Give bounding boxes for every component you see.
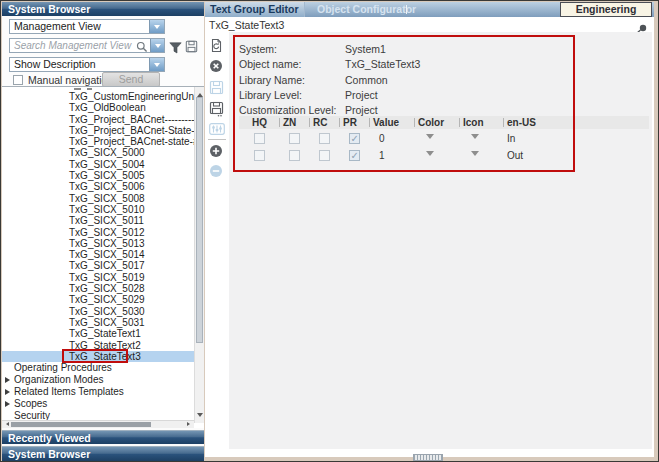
tab-object-configurator[interactable]: Object Configurator [317, 3, 416, 15]
expand-arrow-icon[interactable] [5, 389, 10, 395]
tree-item-label: TxG_SICX_5017 [69, 260, 145, 271]
table-header: HQZNRCPRValueColorIconen-US [239, 116, 649, 129]
expand-arrow-icon[interactable] [5, 377, 10, 383]
tree-item[interactable]: TxG_StateText2 [2, 340, 194, 351]
value-cell[interactable]: 1 [369, 150, 414, 161]
pr-checkbox[interactable] [349, 133, 360, 144]
tree-item-label: TxG_SICX_5012 [69, 227, 145, 238]
scrollbar-thumb[interactable] [11, 422, 151, 427]
text-group-options-icon[interactable] [209, 122, 225, 140]
tree-item[interactable]: TxG_SICX_5012 [2, 227, 194, 238]
tree-item[interactable]: TxG_SICX_5013 [2, 238, 194, 249]
tree-item[interactable]: TxG_SICX_5028 [2, 283, 194, 294]
tree-item[interactable]: Related Items Templates [2, 386, 194, 398]
tree-vertical-scrollbar[interactable] [194, 87, 204, 423]
rc-checkbox[interactable] [319, 150, 330, 161]
property-label: Library Name: [239, 74, 305, 86]
tree-item[interactable]: TxG_StateText3 [2, 351, 194, 362]
zn-checkbox[interactable] [289, 150, 300, 161]
tree-item[interactable]: TxG_StateText1 [2, 328, 194, 339]
tree-item[interactable]: TxG_SICX_5029 [2, 294, 194, 305]
tree-item-label: TxG_StateText1 [69, 328, 141, 339]
save-view-icon[interactable] [185, 39, 198, 57]
tree-item-label: TxG_SICX_5005 [69, 170, 145, 181]
tree-item[interactable]: TxG_SICX_5019 [2, 272, 194, 283]
tree-item[interactable]: TxG_OldBoolean [2, 102, 194, 113]
tab-text-group-editor[interactable]: Text Group Editor [210, 3, 298, 15]
tree-item[interactable]: TxG_SICX_5017 [2, 260, 194, 271]
property-value: Project [345, 104, 378, 116]
reload-document-icon[interactable] [209, 38, 224, 57]
zn-checkbox[interactable] [289, 133, 300, 144]
tree-item-label: TxG_SICX_5004 [69, 159, 145, 170]
chevron-down-icon[interactable] [149, 20, 164, 33]
property-label: Library Level: [239, 89, 302, 101]
tree-item[interactable]: TxG_SICX_5004 [2, 159, 194, 170]
save-icon[interactable] [209, 80, 224, 99]
scroll-up-icon[interactable] [197, 90, 203, 97]
property-label: Object name: [239, 58, 301, 70]
tree-horizontal-scrollbar[interactable] [2, 420, 194, 428]
manual-navigation-checkbox[interactable] [13, 75, 23, 85]
icon-dropdown-icon[interactable] [471, 134, 479, 143]
scroll-left-icon[interactable] [4, 422, 9, 426]
tree-item[interactable]: TxG_SICX_5006 [2, 181, 194, 192]
filter-icon[interactable] [169, 40, 182, 58]
tree-item-label: TxG_SICX_5010 [69, 204, 145, 215]
tree-item[interactable]: TxG_SICX_5010 [2, 204, 194, 215]
chevron-down-icon[interactable] [149, 58, 164, 71]
state-text-table: HQZNRCPRValueColorIconen-US 0In1Out [239, 116, 649, 163]
tree-item[interactable]: TxG_Project_BACnet---------- [2, 114, 194, 125]
tree-item[interactable]: TxG_SICX_5011 [2, 215, 194, 226]
value-cell[interactable]: 0 [369, 133, 414, 144]
save-as-icon[interactable] [209, 101, 224, 121]
en-us-cell[interactable]: Out [503, 150, 606, 161]
expand-arrow-icon[interactable] [5, 401, 10, 407]
resize-grip[interactable] [413, 454, 443, 461]
color-dropdown-icon[interactable] [426, 134, 434, 143]
tree-item[interactable]: TxG_SICX_5008 [2, 193, 194, 204]
tree-item-label: TxG_SICX_5031 [69, 317, 145, 328]
tree-item[interactable]: TxG_SICX_5031 [2, 317, 194, 328]
tree-item[interactable]: TxG_Project_BACnet-State-1-State-2 [2, 125, 194, 136]
search-icon[interactable] [136, 40, 148, 58]
hq-checkbox[interactable] [254, 133, 265, 144]
table-header-zn: ZN [279, 116, 309, 129]
table-header-icon: Icon [459, 116, 503, 129]
add-row-icon[interactable] [209, 144, 223, 162]
remove-row-icon[interactable] [209, 164, 223, 182]
recently-viewed-bar[interactable]: Recently Viewed [2, 430, 204, 444]
search-options-chevron-icon[interactable] [150, 39, 164, 52]
scroll-down-icon[interactable] [197, 413, 203, 420]
discard-changes-icon[interactable] [209, 59, 223, 77]
tree-item[interactable]: TxG_SICX_5014 [2, 249, 194, 260]
tree-item[interactable]: Scopes [2, 398, 194, 410]
icon-dropdown-icon[interactable] [471, 151, 479, 160]
scrollbar-thumb[interactable] [196, 97, 203, 343]
tree-item[interactable]: TxG_SICX_5005 [2, 170, 194, 181]
system-browser-header[interactable]: System Browser [2, 2, 204, 16]
color-dropdown-icon[interactable] [426, 151, 434, 160]
tree-item[interactable]: Operating Procedures [2, 362, 194, 374]
send-button[interactable]: Send [102, 72, 160, 87]
tree-item[interactable]: TxG_SICX_5000 [2, 147, 194, 158]
tree-item[interactable]: TxG_CustomEngineeringUnits [2, 91, 194, 102]
scroll-right-icon[interactable] [187, 422, 192, 426]
tree-item-label: TxG_Project_BACnet-State-1-State-2 [69, 125, 194, 136]
engineering-mode-badge[interactable]: Engineering [560, 2, 652, 17]
pr-checkbox[interactable] [349, 150, 360, 161]
en-us-cell[interactable]: In [503, 133, 606, 144]
search-input[interactable] [10, 39, 134, 52]
tree-item[interactable]: TxG_SICX_5030 [2, 306, 194, 317]
tree-item[interactable]: Organization Modes [2, 374, 194, 386]
property-value: Common [345, 74, 388, 86]
table-row: 1Out [239, 146, 649, 163]
show-description-dropdown[interactable]: Show Description [9, 57, 165, 72]
management-view-dropdown[interactable]: Management View [9, 19, 165, 34]
table-header-rc: RC [309, 116, 339, 129]
hq-checkbox[interactable] [254, 150, 265, 161]
system-browser-bar[interactable]: System Browser [2, 446, 204, 461]
rc-checkbox[interactable] [319, 133, 330, 144]
tree-item[interactable]: TxG_Project_BACnet-state-#1-state- [2, 136, 194, 147]
tree-item-label: TxG_SICX_5011 [69, 215, 144, 226]
